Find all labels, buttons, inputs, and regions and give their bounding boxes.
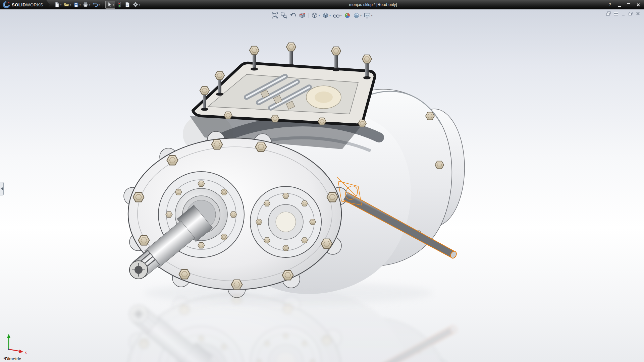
window-title: menjac sklop * [Read-only] (141, 2, 605, 7)
display-style-icon (322, 12, 329, 19)
model-wrapper (124, 43, 465, 362)
cascade-windows-button[interactable] (606, 11, 611, 16)
open-document-button[interactable]: ▾ (63, 1, 72, 9)
tile-icon (613, 11, 619, 16)
maximize-icon (627, 3, 630, 6)
minimize-document-button[interactable] (621, 11, 626, 16)
minimize-button[interactable] (615, 1, 624, 8)
maximize-button[interactable] (624, 1, 633, 8)
close-icon (636, 3, 640, 7)
zoom-to-fit-button[interactable] (271, 12, 279, 19)
select-cursor-button[interactable]: ▾ (105, 1, 115, 9)
undo-button[interactable]: ▾ (92, 1, 101, 9)
x-axis-label: x (25, 350, 27, 354)
previous-view-icon (290, 12, 297, 19)
section-view-button[interactable] (299, 12, 306, 19)
minimize-doc-icon (621, 11, 626, 16)
hide-show-items-icon (333, 12, 340, 19)
x-axis-arrow (19, 350, 23, 353)
apply-scene-button[interactable]: ▾ (353, 12, 362, 19)
model-scene (0, 9, 644, 362)
model-right-bearing-boss[interactable] (250, 186, 321, 257)
zoom-to-area-button[interactable] (280, 12, 288, 19)
zoom-to-fit-icon (272, 12, 278, 19)
close-button[interactable] (634, 1, 642, 8)
view-orientation-icon (311, 12, 318, 19)
titlebar: SOLIDWORKS ▾ ▾ ▾ (0, 0, 644, 9)
graphics-viewport[interactable]: ▾ ▾ ▾ (0, 9, 644, 362)
previous-view-button[interactable] (289, 12, 297, 19)
feature-tree-collapsed-tab[interactable] (0, 182, 4, 195)
hud-separator (308, 13, 309, 18)
view-orientation-label: *Dimetric (3, 356, 21, 361)
model-top-cover[interactable] (193, 43, 375, 127)
view-settings-button[interactable]: ▾ (364, 12, 373, 19)
open-document-icon (63, 2, 69, 8)
heads-up-view-toolbar: ▾ ▾ ▾ (269, 11, 375, 20)
view-orientation-button[interactable]: ▾ (311, 12, 320, 19)
rebuild-icon (116, 2, 122, 8)
view-settings-icon (364, 12, 371, 19)
print-button[interactable]: ▾ (82, 1, 91, 9)
collapse-arrow-icon (1, 187, 3, 190)
app-logo: SOLIDWORKS (0, 0, 50, 9)
file-properties-button[interactable] (124, 1, 131, 9)
edit-appearance-button[interactable] (343, 12, 351, 19)
section-view-icon (299, 12, 306, 19)
y-axis-arrow (7, 334, 10, 338)
save-button[interactable]: ▾ (72, 1, 82, 9)
file-properties-icon (124, 2, 130, 8)
zoom-to-area-icon (281, 12, 287, 19)
apply-scene-icon (353, 12, 360, 19)
brand-text: SOLIDWORKS (12, 2, 43, 7)
new-document-icon (54, 2, 60, 8)
window-controls: ? (605, 1, 642, 8)
hide-show-items-button[interactable]: ▾ (333, 12, 342, 19)
model-gearbox[interactable] (124, 43, 465, 298)
document-window-controls (606, 11, 641, 16)
toolbar-separator (103, 2, 103, 8)
options-button[interactable]: ▾ (132, 1, 141, 9)
edit-appearance-icon (344, 12, 351, 19)
orientation-triad: x (3, 326, 31, 355)
cascade-icon (606, 11, 611, 16)
print-icon (83, 2, 89, 8)
3ds-swirl-icon (3, 1, 10, 8)
options-gear-icon (132, 2, 139, 8)
tile-windows-button[interactable] (613, 11, 619, 16)
restore-doc-icon (628, 11, 633, 16)
select-cursor-icon (106, 2, 112, 8)
save-icon (73, 2, 79, 8)
new-document-button[interactable]: ▾ (53, 1, 62, 9)
rebuild-button[interactable] (116, 1, 123, 9)
display-style-button[interactable]: ▾ (322, 12, 331, 19)
minimize-icon (618, 6, 621, 7)
close-doc-icon (636, 11, 641, 16)
main-toolbar: ▾ ▾ ▾ ▾ ▾ (53, 1, 141, 9)
restore-document-button[interactable] (628, 11, 633, 16)
undo-icon (92, 2, 98, 8)
close-document-button[interactable] (636, 11, 641, 16)
help-button[interactable]: ? (605, 1, 614, 8)
